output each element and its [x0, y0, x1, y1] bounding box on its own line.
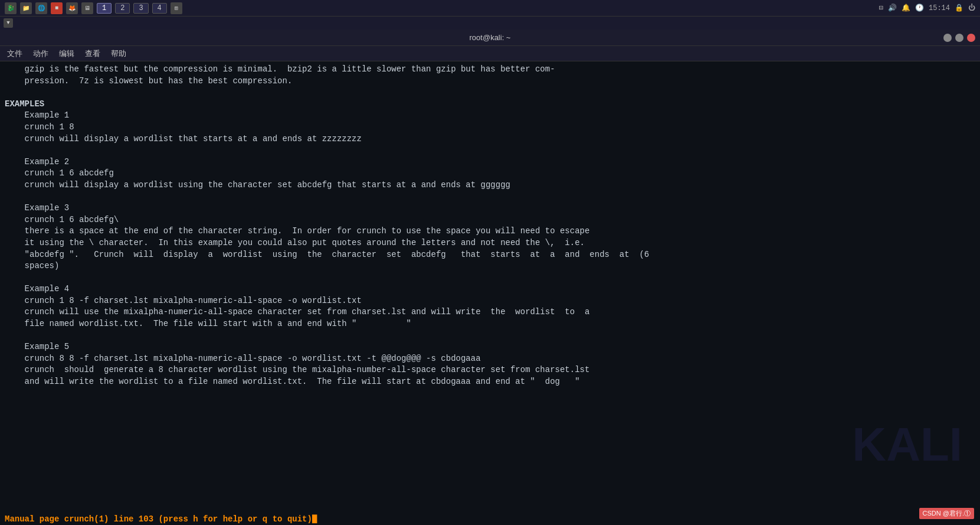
- terminal-window-controls: [943, 34, 975, 42]
- browser-icon[interactable]: 🌐: [35, 2, 47, 14]
- power-icon[interactable]: ⏻: [968, 4, 975, 12]
- workspace-tab-2[interactable]: 2: [115, 3, 130, 14]
- kali-watermark: KALI: [852, 412, 962, 478]
- clock-icon[interactable]: 🕐: [915, 4, 924, 12]
- firefox-icon[interactable]: 🦊: [66, 2, 78, 14]
- status-text: Manual page crunch(1) line 103 (press h …: [5, 514, 312, 524]
- bell-icon[interactable]: 🔔: [902, 4, 910, 12]
- close-button[interactable]: [967, 34, 975, 42]
- workspace-tab-4[interactable]: 4: [152, 3, 167, 14]
- menu-actions[interactable]: 动作: [28, 47, 53, 60]
- display-icon[interactable]: 🖥: [81, 2, 93, 14]
- desktop-icon[interactable]: ⊞: [171, 2, 182, 14]
- kali-dragon-icon[interactable]: 🐉: [5, 2, 17, 14]
- menu-help[interactable]: 帮助: [106, 47, 131, 60]
- menu-edit[interactable]: 编辑: [54, 47, 79, 60]
- status-bar: Manual page crunch(1) line 103 (press h …: [0, 513, 980, 525]
- system-bar: 🐉 📁 🌐 ■ 🦊 🖥 1 2 3 4 ⊞ ⊟ 🔊 🔔 🕐 15:14 🔒 ⏻: [0, 0, 980, 17]
- cursor: █: [312, 514, 317, 524]
- menu-file[interactable]: 文件: [2, 47, 27, 60]
- minimize-button[interactable]: [943, 34, 952, 42]
- workspace-tab-3[interactable]: 3: [133, 3, 148, 14]
- maximize-button[interactable]: [955, 34, 963, 42]
- terminal-sub-bar: ▼: [0, 17, 980, 30]
- minimize-icon[interactable]: ▼: [4, 18, 13, 28]
- lock-icon[interactable]: 🔒: [955, 4, 963, 12]
- workspace-tab-1[interactable]: 1: [97, 3, 112, 14]
- terminal-titlebar: root@kali: ~: [0, 30, 980, 46]
- taskbar-left: 🐉 📁 🌐 ■ 🦊 🖥 1 2 3 4 ⊞: [5, 2, 182, 14]
- time-display: 15:14: [929, 4, 950, 12]
- files-icon[interactable]: 📁: [20, 2, 32, 14]
- menu-view[interactable]: 查看: [80, 47, 105, 60]
- taskbar-right: ⊟ 🔊 🔔 🕐 15:14 🔒 ⏻: [879, 4, 975, 12]
- volume-icon[interactable]: 🔊: [888, 4, 897, 12]
- terminal-window: ▼ root@kali: ~ 文件 动作 编辑 查看 帮助 KALI gzip …: [0, 17, 980, 525]
- menu-bar: 文件 动作 编辑 查看 帮助: [0, 46, 980, 61]
- terminal-text: gzip is the fastest but the compression …: [5, 64, 975, 388]
- terminal-title: root@kali: ~: [470, 33, 511, 42]
- red-icon[interactable]: ■: [51, 2, 63, 14]
- window-controls-icon[interactable]: ⊟: [879, 4, 883, 12]
- csdn-badge: CSDN @君行.①: [919, 508, 974, 519]
- terminal-content[interactable]: KALI gzip is the fastest but the compres…: [0, 61, 980, 513]
